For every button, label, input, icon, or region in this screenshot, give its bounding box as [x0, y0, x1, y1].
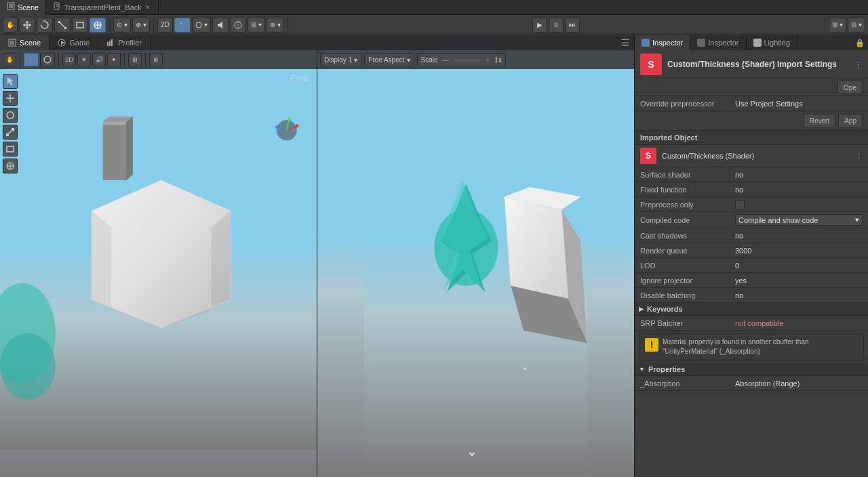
tab-scene[interactable]: Scene	[0, 0, 46, 15]
compiled-code-label: Compiled code	[640, 216, 735, 224]
select-tool[interactable]	[3, 74, 18, 89]
rotate-tool-btn[interactable]	[37, 18, 53, 33]
svg-point-35	[7, 112, 14, 119]
tab-transparent-label: TransparentPlent_Back	[64, 0, 142, 15]
fx-btn[interactable]: ✦	[107, 53, 121, 66]
play-btn[interactable]: ▶	[532, 18, 547, 33]
scale-slider[interactable]	[454, 59, 481, 62]
svg-rect-29	[109, 41, 111, 46]
fixed-function-label: Fixed function	[640, 186, 735, 194]
scale-tool-btn[interactable]	[54, 18, 71, 33]
preprocess-only-checkbox[interactable]	[735, 200, 745, 209]
2d-btn[interactable]: 2D	[157, 18, 173, 33]
move-tool-btn[interactable]	[19, 18, 35, 33]
display-label: Display 1	[324, 56, 352, 64]
rect-scene-tool[interactable]	[3, 142, 18, 157]
effects-btn[interactable]	[230, 18, 246, 33]
pause-btn[interactable]: ⏸	[549, 18, 564, 33]
svg-marker-7	[26, 21, 28, 23]
hand-tool-btn[interactable]: ✋	[3, 18, 18, 33]
gizmos-scene-btn[interactable]: ⊕	[149, 53, 163, 66]
aspect-dropdown[interactable]: Free Aspect ▾	[364, 53, 414, 66]
grid-btn[interactable]: ⊞	[128, 53, 142, 66]
light-btn[interactable]: ☀	[77, 53, 91, 66]
compiled-code-arrow: ▾	[855, 215, 859, 224]
inspector-tab-lock[interactable]: 🔒	[852, 39, 868, 47]
preprocess-only-row: Preprocess only	[635, 197, 868, 212]
transform-tool-btn[interactable]	[90, 18, 106, 33]
inspector-lock-icon[interactable]: ⋮	[854, 60, 863, 70]
scene-view-dropdown[interactable]: ▾	[192, 18, 211, 33]
transform-scene-tool[interactable]	[3, 159, 18, 173]
open-btn[interactable]: Ope	[837, 81, 863, 94]
profiler-viewport-tab[interactable]: Profiler	[98, 35, 151, 50]
compiled-code-value: Compile and show code	[738, 216, 818, 224]
open-btn-area: Ope	[635, 79, 868, 96]
scene-left-tools	[3, 74, 18, 173]
rotate-scene-tool[interactable]	[3, 108, 18, 123]
search-arrow: ▾	[277, 21, 281, 28]
scale-scene-tool[interactable]	[3, 125, 18, 140]
global-dropdown[interactable]: ⊕ ▾	[132, 18, 150, 33]
tab-transparent[interactable]: TransparentPlent_Back ✕	[46, 0, 159, 15]
scale-value: 1x	[494, 56, 502, 64]
imported-object-row: S Custom/Thickness (Shader) ⋮	[635, 145, 868, 167]
scene-toolbar: ✋ 2D ☀ 🔊 ✦ ⊞ ⊕	[0, 50, 317, 69]
compiled-code-dropdown[interactable]: Compile and show code ▾	[735, 214, 863, 226]
render-queue-row: Render queue 3000	[635, 243, 868, 258]
inspector-tab-2[interactable]: Inspector	[690, 35, 746, 50]
shaded-btn[interactable]	[24, 53, 39, 66]
step-btn[interactable]: ⏭	[565, 18, 580, 33]
warning-text: Material property is found in another cb…	[663, 337, 858, 356]
layers-dropdown[interactable]: ⊞ ▾	[829, 18, 846, 33]
shader-icon: S	[640, 54, 662, 75]
tab-close-icon[interactable]: ✕	[144, 4, 151, 11]
audio-btn[interactable]	[212, 18, 229, 33]
revert-btn[interactable]: Revert	[804, 114, 835, 127]
gizmos-dropdown[interactable]: ⊞ ▾	[248, 18, 265, 33]
warning-icon: !	[645, 338, 658, 352]
override-preprocessor-value: Use Project Settings	[735, 100, 863, 108]
2d-scene-btn[interactable]: 2D	[62, 53, 76, 66]
inspector-tab-lighting[interactable]: Lighting	[747, 35, 798, 50]
toolbar-sep-2	[153, 18, 154, 32]
shading-btn[interactable]	[174, 18, 191, 33]
layout-arrow: ▾	[859, 21, 862, 28]
disable-batching-label: Disable batching	[640, 291, 735, 299]
scene-viewport-tab[interactable]: Scene	[0, 35, 50, 50]
svg-marker-8	[26, 27, 28, 29]
scene-viewport[interactable]: ✋ 2D ☀ 🔊 ✦ ⊞ ⊕	[0, 50, 317, 477]
svg-point-59	[275, 125, 279, 129]
viewport-tab-menu-icon[interactable]: ☰	[617, 37, 634, 48]
gizmos-arrow: ▾	[258, 21, 262, 28]
move-scene-tool[interactable]	[3, 91, 18, 106]
pivot-dropdown[interactable]: ⊙ ▾	[113, 18, 131, 33]
wire-btn[interactable]	[40, 53, 55, 66]
properties-section-header[interactable]: ▼ Properties	[635, 363, 868, 376]
absorption-label: _Absorption	[640, 379, 735, 388]
viewport-tab-bar: Scene Game Profiler ☰	[0, 35, 634, 50]
display-dropdown[interactable]: Display 1 ▾	[320, 53, 361, 66]
apply-btn[interactable]: App	[838, 114, 863, 127]
game-viewport-tab[interactable]: Game	[50, 35, 98, 50]
game-objects-svg	[317, 69, 634, 477]
rect-tool-btn[interactable]	[72, 18, 88, 33]
surface-shader-value: no	[735, 171, 863, 179]
lighting-tab-icon	[753, 39, 762, 47]
layout-dropdown[interactable]: ⊟ ▾	[848, 18, 865, 33]
keywords-label: Keywords	[647, 305, 683, 313]
audio-scene-btn[interactable]: 🔊	[92, 53, 106, 66]
game-viewport[interactable]: Display 1 ▾ Free Aspect ▾ Scale — + 1x	[317, 50, 634, 477]
svg-rect-39	[7, 146, 14, 152]
aspect-label: Free Aspect	[368, 56, 404, 64]
svg-rect-13	[64, 27, 66, 29]
keywords-section-header[interactable]: ▶ Keywords	[635, 303, 868, 316]
svg-marker-27	[61, 41, 64, 45]
imported-obj-options-icon[interactable]: ⋮	[855, 152, 863, 161]
search-btn[interactable]: ⊕ ▾	[267, 18, 284, 33]
lod-label: LOD	[640, 262, 735, 270]
fixed-function-row: Fixed function no	[635, 182, 868, 197]
hand-scene-btn[interactable]: ✋	[3, 53, 16, 66]
inspector-tab-1[interactable]: Inspector	[635, 35, 690, 50]
scale-control[interactable]: Scale — + 1x	[417, 53, 506, 66]
